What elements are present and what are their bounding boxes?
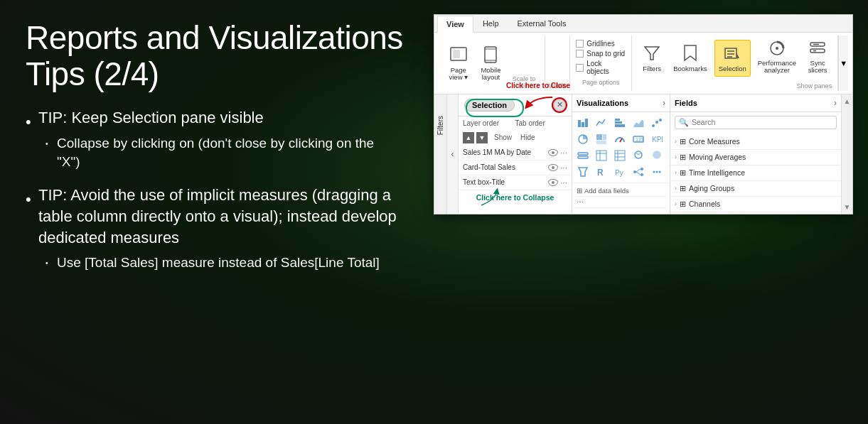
click-to-close-annotation: Click here to Close [506, 82, 570, 89]
selection-close-button[interactable]: ✕ [553, 99, 566, 112]
sync-slicers-button[interactable]: Syncslicers [803, 36, 832, 77]
field-group-header-moving[interactable]: › ⊞ Moving Averages [670, 150, 841, 165]
viz-stacked-bar[interactable] [575, 115, 591, 131]
selection-title-button[interactable]: Selection [464, 99, 515, 112]
selection-pane-header: Selection ✕ [459, 94, 572, 116]
viz-line-chart[interactable] [594, 115, 609, 131]
field-group-header-time[interactable]: › ⊞ Time Intelligence [670, 165, 841, 180]
mobile-layout-button[interactable]: Mobilelayout [477, 43, 505, 84]
bullet-list: • TIP: Keep Selection pane visible • Col… [26, 107, 408, 276]
viz-pie[interactable] [575, 131, 591, 147]
sub-list-item: • Collapse by clicking on (don't close b… [45, 134, 392, 170]
viz-kpi[interactable]: KPI [649, 131, 665, 147]
selection-pane: Selection ✕ Click here to Close [459, 94, 572, 214]
viz-card[interactable]: 123 [631, 131, 646, 147]
tab-help[interactable]: Help [473, 15, 508, 32]
viz-scatter[interactable] [649, 115, 665, 131]
fields-expand-icon[interactable]: › [834, 98, 837, 108]
tab-view[interactable]: View [437, 16, 473, 33]
gridlines-checkbox[interactable]: Gridlines [576, 40, 626, 48]
more-dots-1[interactable]: ··· [560, 148, 567, 158]
nav-back-arrow[interactable]: ‹ [447, 94, 459, 214]
field-group-core-measures: › ⊞ Core Measures [670, 134, 841, 150]
scroll-down-icon-pane[interactable]: ▼ [844, 203, 851, 211]
bookmarks-icon [680, 43, 700, 63]
mobile-layout-icon [481, 45, 500, 65]
layer-down-button[interactable]: ▼ [476, 132, 488, 143]
svg-line-54 [636, 172, 641, 175]
viz-bar-chart[interactable] [612, 115, 628, 131]
viz-funnel[interactable] [575, 164, 591, 180]
filters-strip: Filters [434, 94, 447, 214]
selection-ribbon-button[interactable]: Selection [714, 40, 751, 77]
viz-r-visual[interactable]: R [594, 164, 609, 180]
filters-button[interactable]: Filters [638, 40, 666, 77]
layer-up-button[interactable]: ▲ [463, 132, 474, 143]
viz-py-visual[interactable]: Py [612, 164, 628, 180]
viz-map[interactable] [631, 148, 646, 163]
viz-filled-map[interactable] [649, 148, 665, 163]
eye-icon-3 [548, 179, 558, 186]
right-panel: View Help External Tools [434, 0, 868, 424]
svg-rect-23 [615, 121, 622, 124]
performance-analyzer-button[interactable]: Performanceanalyzer [754, 36, 800, 77]
viz-expand-icon[interactable]: › [663, 98, 665, 108]
gridlines-label: Gridlines [586, 40, 614, 48]
viz-matrix[interactable] [612, 148, 628, 163]
field-group-time-intelligence: › ⊞ Time Intelligence [670, 165, 841, 181]
viz-treemap[interactable] [594, 131, 609, 147]
checkbox-group: Gridlines Snap to grid Lock objects Page… [576, 40, 626, 86]
fields-search-box[interactable]: 🔍 [675, 116, 837, 129]
hide-label: Hide [520, 134, 535, 142]
svg-rect-30 [603, 134, 606, 140]
more-dots-2[interactable]: ··· [560, 163, 567, 173]
svg-point-46 [653, 151, 660, 158]
search-input[interactable] [692, 118, 832, 126]
viz-field-icon-2: ⋯ [577, 198, 584, 206]
field-group-header-core[interactable]: › ⊞ Core Measures [670, 134, 841, 149]
chevron-right-icon-3: › [675, 169, 677, 176]
table-icon-moving: ⊞ [680, 153, 686, 162]
page-view-button[interactable]: Pageview ▾ [444, 43, 473, 84]
collapse-link[interactable]: Click here to Collapse [459, 190, 572, 205]
field-group-header-channels[interactable]: › ⊞ Channels [670, 197, 841, 212]
show-label: Show [494, 134, 512, 142]
more-dots-3[interactable]: ··· [560, 178, 567, 187]
svg-point-56 [656, 170, 658, 173]
chevron-right-icon-4: › [675, 185, 677, 192]
viz-more[interactable] [649, 164, 665, 180]
svg-point-5 [491, 62, 491, 62]
viz-table[interactable] [594, 148, 609, 163]
show-hide-controls: Show Hide [490, 132, 540, 143]
scroll-up-icon[interactable]: ▲ [844, 97, 851, 105]
left-panel: Reports and Visualizations Tips (2/4) • … [0, 0, 434, 424]
layer-item-1[interactable]: Sales 1M MA by Date ··· [459, 146, 572, 161]
eye-icon-1 [548, 149, 558, 156]
layer-item-2[interactable]: Card-Total Sales ··· [459, 161, 572, 175]
svg-text:KPI: KPI [652, 136, 663, 143]
snap-to-grid-checkbox[interactable]: Snap to grid [576, 50, 626, 58]
search-icon: 🔍 [679, 118, 689, 127]
selection-sub-header: Layer order Tab order [459, 116, 572, 130]
viz-area-chart[interactable] [631, 115, 646, 131]
svg-rect-16 [810, 49, 825, 53]
lock-label: Lock objects [586, 60, 626, 75]
viz-field-row-2: ⋯ [575, 197, 667, 208]
viz-gauge[interactable] [612, 131, 628, 147]
bookmarks-button[interactable]: Bookmarks [669, 40, 712, 77]
viz-slicer[interactable] [575, 148, 591, 163]
ribbon-scroll[interactable]: ▼ [838, 36, 848, 91]
layer-item-3[interactable]: Text box-Title ··· [459, 175, 572, 190]
viz-decomp-tree[interactable] [631, 164, 646, 180]
tab-external-tools[interactable]: External Tools [508, 15, 576, 32]
field-group-header-aging[interactable]: › ⊞ Aging Groups [670, 181, 841, 196]
ribbon: View Help External Tools [434, 15, 852, 94]
svg-rect-24 [615, 119, 620, 121]
lock-check [576, 64, 584, 72]
svg-rect-31 [596, 141, 606, 144]
scroll-down-icon: ▼ [840, 59, 847, 67]
filters-strip-label: Filters [436, 116, 444, 135]
ribbon-content: Pageview ▾ Mobilelay [434, 33, 852, 94]
table-icon-aging: ⊞ [680, 184, 686, 193]
lock-objects-checkbox[interactable]: Lock objects [576, 60, 626, 75]
